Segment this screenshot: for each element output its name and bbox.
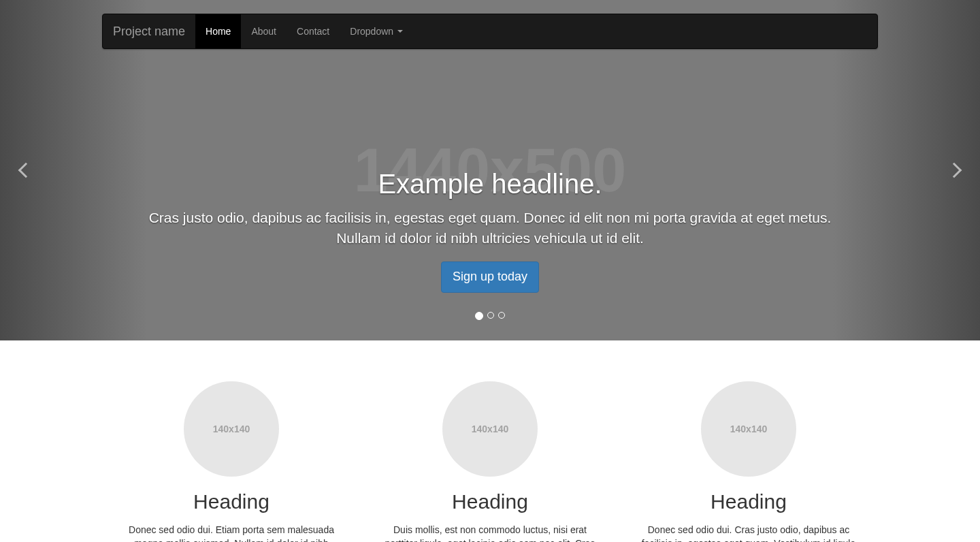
hero-carousel: 1440x500 Project name Home About Contact…: [0, 0, 980, 340]
carousel-next-button[interactable]: [833, 0, 980, 340]
navbar-brand[interactable]: Project name: [103, 14, 195, 48]
feature-image-placeholder: 140x140: [442, 381, 538, 477]
carousel-lead: Cras justo odio, dapibus ac facilisis in…: [147, 208, 833, 248]
chevron-left-icon: [18, 163, 34, 178]
main-navbar: Project name Home About Contact Dropdown: [102, 14, 878, 49]
nav-home[interactable]: Home: [195, 14, 241, 48]
feature-column-0: 140x140 Heading Donec sed odio dui. Etia…: [102, 381, 361, 542]
navbar-nav: Home About Contact Dropdown: [195, 14, 413, 48]
carousel-indicator-1[interactable]: [487, 312, 494, 319]
marketing-section: 140x140 Heading Donec sed odio dui. Etia…: [92, 340, 888, 542]
carousel-indicators: [475, 312, 505, 320]
feature-heading: Heading: [630, 490, 868, 513]
chevron-right-icon: [947, 163, 962, 178]
carousel-headline: Example headline.: [147, 169, 833, 200]
carousel-indicator-0[interactable]: [475, 312, 483, 320]
carousel-prev-button[interactable]: [0, 0, 147, 340]
feature-text: Duis mollis, est non commodo luctus, nis…: [378, 523, 602, 542]
caret-down-icon: [397, 30, 403, 33]
nav-contact[interactable]: Contact: [287, 14, 340, 48]
carousel-indicator-2[interactable]: [498, 312, 505, 319]
feature-text: Donec sed odio dui. Etiam porta sem male…: [119, 523, 344, 542]
nav-about[interactable]: About: [241, 14, 287, 48]
navbar-wrapper: Project name Home About Contact Dropdown: [0, 14, 980, 49]
feature-heading: Heading: [371, 490, 609, 513]
carousel-caption: Example headline. Cras justo odio, dapib…: [147, 169, 833, 293]
nav-dropdown[interactable]: Dropdown: [340, 14, 413, 48]
nav-dropdown-label: Dropdown: [350, 25, 393, 38]
feature-image-placeholder: 140x140: [701, 381, 796, 477]
feature-image-placeholder: 140x140: [184, 381, 279, 477]
signup-button[interactable]: Sign up today: [441, 261, 539, 293]
feature-column-2: 140x140 Heading Donec sed odio dui. Cras…: [619, 381, 878, 542]
feature-column-1: 140x140 Heading Duis mollis, est non com…: [361, 381, 619, 542]
feature-text: Donec sed odio dui. Cras justo odio, dap…: [636, 523, 861, 542]
feature-heading: Heading: [112, 490, 350, 513]
